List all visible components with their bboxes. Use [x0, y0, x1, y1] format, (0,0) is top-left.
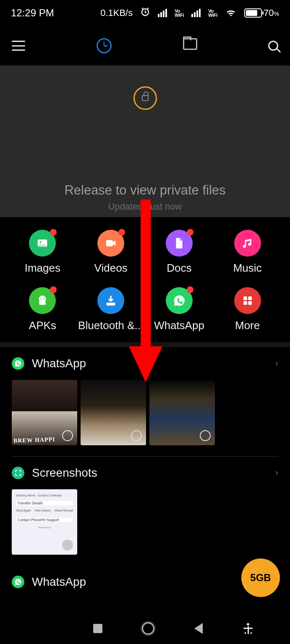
chevron-right-icon: › [275, 467, 278, 478]
private-files-subtitle: Updated Just now [108, 201, 182, 212]
category-whatsapp[interactable]: WhatsApp [145, 287, 214, 332]
notification-dot [50, 229, 57, 236]
category-label: WhatsApp [154, 319, 204, 332]
lock-icon [142, 95, 149, 101]
select-circle[interactable] [62, 430, 73, 441]
thumbnail[interactable]: Banking Name · Sudipta Chatterjee Transf… [12, 489, 77, 555]
recent-tab-icon[interactable] [97, 38, 112, 53]
notification-dot [118, 229, 125, 236]
signal-icon [158, 9, 167, 17]
whatsapp-icon [166, 287, 193, 314]
thumbnail[interactable]: BREW HAPPI [12, 380, 77, 445]
category-label: Videos [94, 262, 128, 275]
thumbnail-row: Banking Name · Sudipta Chatterjee Transf… [12, 489, 278, 566]
section-title: WhatsApp [32, 575, 268, 589]
notification-dot [50, 286, 57, 293]
notification-dot [187, 229, 193, 236]
chevron-right-icon: › [275, 358, 278, 369]
menu-icon[interactable] [12, 41, 25, 51]
section-divider [0, 342, 290, 347]
thumb-text: BREW HAPPI [13, 436, 55, 444]
thumbnail[interactable] [149, 380, 215, 445]
section-header[interactable]: WhatsApp › [12, 347, 278, 380]
whatsapp-icon [12, 576, 24, 588]
status-time: 12:29 PM [11, 7, 54, 19]
vowifi-icon-2: VoWiFi [208, 9, 217, 17]
accessibility-icon[interactable] [243, 623, 253, 634]
category-label: Images [25, 262, 60, 275]
recents-button[interactable] [93, 624, 102, 633]
system-nav-bar [0, 613, 290, 644]
section-title: WhatsApp [32, 357, 268, 370]
lock-ring-icon [133, 86, 157, 110]
wifi-icon [225, 7, 237, 19]
status-bar: 12:29 PM 0.1KB/s VoWiFi VoWiFi 70% [0, 0, 290, 26]
alarm-icon [140, 7, 150, 19]
back-button[interactable] [194, 623, 203, 634]
category-label: Docs [167, 262, 191, 275]
status-netspeed: 0.1KB/s [100, 8, 133, 18]
private-files-panel[interactable]: Release to view private files Updated Ju… [0, 65, 290, 217]
select-circle[interactable] [200, 430, 211, 441]
category-videos[interactable]: Videos [77, 230, 145, 275]
section-header[interactable]: WhatsApp › [12, 566, 278, 598]
vowifi-icon-1: VoWiFi [175, 9, 184, 17]
music-icon [234, 230, 261, 257]
video-icon [97, 230, 124, 257]
thumbnail-row: BREW HAPPI [12, 380, 278, 456]
category-grid: Images Videos Docs Music APKs Bluetooth … [0, 217, 290, 342]
bt-icon [97, 287, 124, 314]
storage-fab[interactable]: 5GB [241, 558, 280, 597]
select-circle[interactable] [131, 430, 142, 441]
doc-icon [166, 230, 193, 257]
whatsapp-icon [12, 357, 24, 370]
more-icon [234, 287, 261, 314]
category-bluetooth-[interactable]: Bluetooth &... [77, 287, 145, 332]
category-more[interactable]: More [213, 287, 282, 332]
category-docs[interactable]: Docs [145, 230, 214, 275]
section-title: Screenshots [32, 466, 268, 480]
android-icon [29, 287, 56, 314]
category-label: Bluetooth &... [78, 319, 144, 332]
category-images[interactable]: Images [8, 230, 77, 275]
section-whatsapp1: WhatsApp › BREW HAPPI [0, 347, 290, 456]
app-toolbar [0, 26, 290, 65]
category-label: Music [233, 262, 262, 275]
section-header[interactable]: Screenshots › [12, 457, 278, 489]
notification-dot [187, 286, 193, 293]
signal-icon-2 [191, 9, 201, 17]
screenshot-icon [12, 467, 24, 479]
category-label: APKs [29, 319, 56, 332]
battery-icon: 70% [244, 8, 279, 18]
screenshot-preview: Banking Name · Sudipta Chatterjee Transf… [12, 489, 77, 555]
category-apks[interactable]: APKs [8, 287, 77, 332]
folders-tab-icon[interactable] [183, 38, 197, 50]
storage-fab-label: 5GB [250, 572, 271, 584]
home-button[interactable] [142, 622, 154, 635]
private-files-title: Release to view private files [64, 183, 225, 198]
section-screenshots: Screenshots › Banking Name · Sudipta Cha… [0, 457, 290, 566]
thumbnail[interactable] [81, 380, 146, 445]
search-icon[interactable] [268, 41, 278, 51]
category-label: More [235, 319, 260, 332]
category-music[interactable]: Music [213, 230, 282, 275]
image-icon [29, 230, 56, 257]
